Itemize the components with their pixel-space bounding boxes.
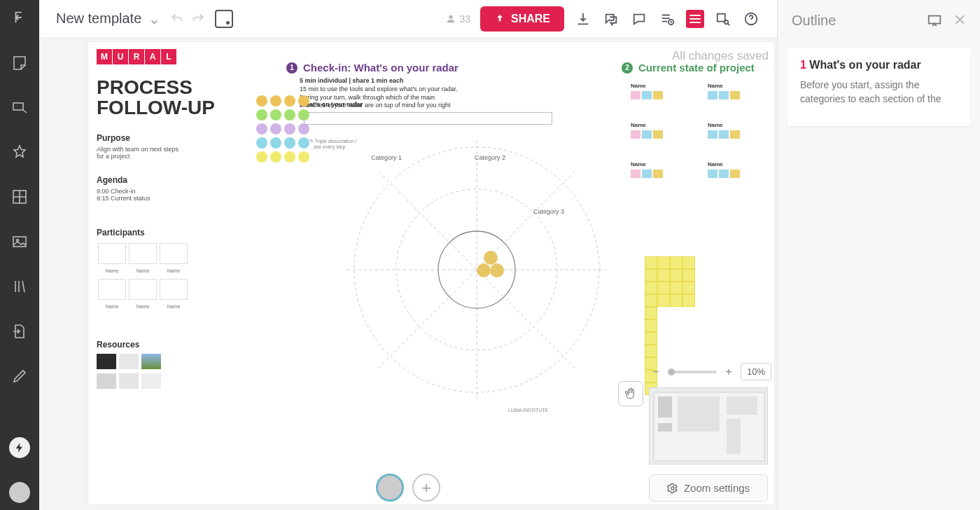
outline-step-number: 1 [800,59,806,71]
top-header: New template ⌄ 33 SHARE [39,0,777,38]
mural-title[interactable]: New template [56,11,141,27]
svg-rect-20 [658,397,672,418]
collaborator-count-value: 33 [459,13,470,25]
outline-panel: Outline ✕ 1 What's on your radar Before … [777,0,980,510]
back-icon[interactable] [9,7,30,28]
draw-tool-icon[interactable] [9,366,30,387]
import-tool-icon[interactable] [9,321,30,342]
present-icon[interactable] [927,13,942,28]
svg-rect-8 [929,16,941,24]
brand-logo: MURAL [97,49,177,64]
redo-icon[interactable] [191,12,205,26]
minimap[interactable] [649,387,768,464]
frameworks-tool-icon[interactable] [9,186,30,207]
activity-icon[interactable] [9,437,30,458]
canvas[interactable]: All changes saved MURAL PROCESS FOLLOW-U… [39,38,777,510]
section-2-header: 2Current state of project [622,62,755,74]
svg-rect-2 [13,237,26,247]
svg-rect-0 [13,103,23,110]
pan-hand-icon[interactable] [618,381,643,406]
resources-section: Resources [97,340,202,389]
share-button[interactable]: SHARE [480,6,564,32]
purpose-section: Purpose Align with team on next steps fo… [97,133,181,160]
files-tool-icon[interactable] [9,276,30,297]
agenda-section: Agenda 9:00 Check-in 9:15 Current status [97,175,181,202]
svg-rect-24 [658,423,672,432]
activity-timer-icon[interactable] [658,10,676,28]
radar-input[interactable] [304,112,552,125]
save-status: All changes saved [672,49,769,63]
image-tool-icon[interactable] [9,231,30,252]
facilitator-avatar[interactable] [376,474,404,502]
help-icon[interactable] [742,10,760,28]
svg-point-18 [490,263,504,277]
undo-icon[interactable] [170,12,184,26]
zoom-panel: − + 10% Zoom settings [649,363,771,502]
chat-icon[interactable] [602,10,620,28]
svg-rect-5 [718,13,725,21]
add-collaborator-button[interactable]: ＋ [412,474,440,502]
find-icon[interactable] [714,10,732,28]
shapes-tool-icon[interactable] [9,97,30,118]
svg-rect-21 [678,397,720,432]
category-3-label: Category 3 [533,208,564,215]
sticky-note-tool-icon[interactable] [9,52,30,73]
svg-point-17 [477,263,491,277]
zoom-in-button[interactable]: + [722,366,735,378]
collaborator-count[interactable]: 33 [445,13,470,25]
left-toolbar [0,0,39,510]
outline-step-body: Before you start, assign the categories … [800,78,958,106]
project-state-grid[interactable]: NameNameNameNameNameName [631,83,777,178]
svg-point-16 [484,251,498,265]
svg-point-25 [671,487,674,490]
category-2-label: Category 2 [475,154,505,161]
zoom-settings-label: Zoom settings [684,482,750,494]
facilitator-bar: ＋ [376,474,440,502]
section-1-header: 1Check-in: What's on your radar [286,62,458,74]
board-title: PROCESS FOLLOW-UP [97,77,215,118]
outline-toggle-icon[interactable] [686,10,704,28]
radar-chart[interactable] [347,140,606,399]
export-icon[interactable] [574,10,592,28]
outline-step-card[interactable]: 1 What's on your radar Before you start,… [788,48,970,126]
zoom-settings-button[interactable]: Zoom settings [649,474,768,502]
zoom-percent[interactable]: 10% [741,363,771,380]
close-icon[interactable]: ✕ [953,11,966,29]
svg-rect-23 [727,419,741,454]
outline-step-title: What's on your radar [809,59,920,71]
private-mode-icon[interactable] [215,10,233,28]
chevron-down-icon[interactable]: ⌄ [148,11,160,27]
category-1-label: Category 1 [371,154,402,161]
svg-rect-22 [727,397,757,415]
zoom-slider[interactable] [668,371,717,373]
user-avatar[interactable] [9,482,30,503]
zoom-out-button[interactable]: − [650,366,662,378]
color-palette[interactable] [256,95,309,163]
comment-icon[interactable] [630,10,648,28]
participants-section: Participants Name Name Name Name Name Na… [97,228,195,309]
star-tool-icon[interactable] [9,142,30,163]
share-button-label: SHARE [511,13,550,25]
outline-title: Outline [792,13,836,29]
